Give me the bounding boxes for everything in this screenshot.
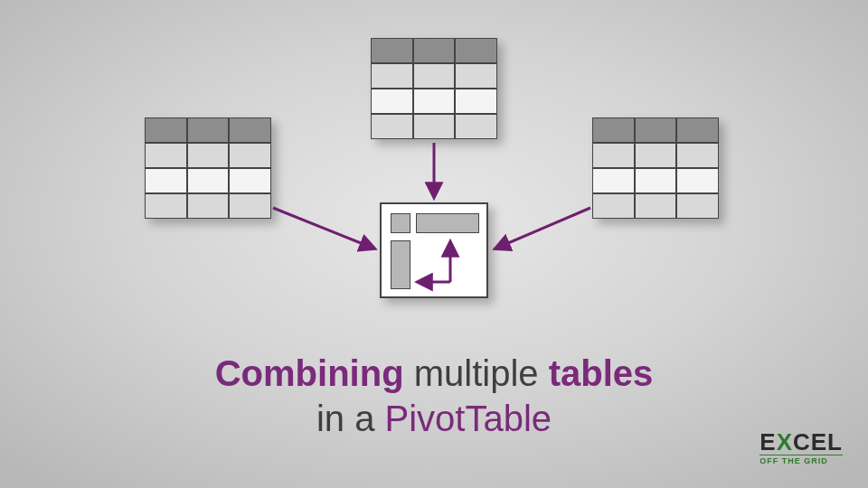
- title-word-2: multiple: [414, 353, 539, 393]
- title-word-5: PivotTable: [385, 399, 552, 438]
- diagram-stage: Combining multiple tables in a PivotTabl…: [0, 0, 868, 488]
- source-table-right: [592, 117, 719, 219]
- source-table-center: [371, 38, 497, 139]
- logo-wordmark: EXCEL: [760, 432, 843, 453]
- logo-letter-x: X: [777, 428, 793, 455]
- source-table-left: [145, 117, 271, 219]
- arrow-right-to-pivot: [495, 208, 590, 249]
- pivot-table-icon: [380, 202, 488, 298]
- pivot-filter-block: [391, 213, 410, 233]
- brand-logo: EXCEL OFF THE GRID: [760, 432, 843, 465]
- logo-letters-cel: CEL: [793, 428, 843, 455]
- logo-tagline: OFF THE GRID: [760, 455, 843, 465]
- title-word-1: Combining: [215, 353, 404, 393]
- title-word-3: tables: [549, 353, 654, 393]
- pivot-columns-block: [416, 213, 479, 233]
- title-word-4: in a: [316, 399, 375, 438]
- pivot-rows-block: [391, 240, 410, 289]
- slide-title: Combining multiple tables in a PivotTabl…: [0, 351, 868, 441]
- arrow-left-to-pivot: [273, 208, 374, 249]
- logo-letter-e: E: [760, 428, 776, 455]
